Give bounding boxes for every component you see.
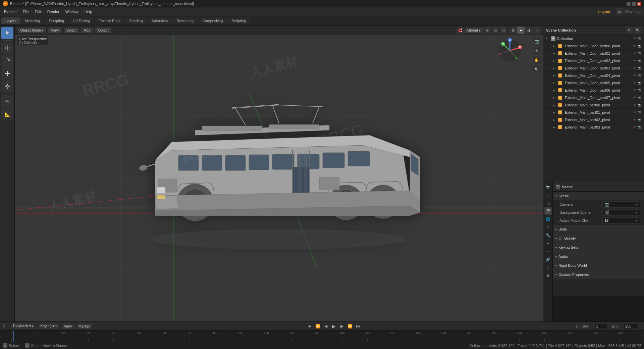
item-view-icon[interactable]: 👁 [633,118,636,121]
active-movie-clip-value[interactable]: 🎞 ▾ [602,217,640,223]
close-button[interactable]: ✕ [637,2,641,6]
timeline-ruler[interactable]: 0 10 20 30 40 50 60 70 80 90 [1,331,643,342]
tab-animation[interactable]: Animation [148,17,172,24]
item-cam-icon[interactable]: 📷 [638,96,641,99]
units-section-header[interactable]: ▸ Units [553,225,644,234]
jump-end-btn[interactable]: ⏭ [355,323,361,330]
select-tool-btn[interactable] [1,27,13,39]
item-view-icon[interactable]: 👁 [633,74,636,77]
background-scene-value[interactable]: 🎬 ▾ [602,209,640,216]
object-menu[interactable]: Object [95,28,111,33]
tab-rendering[interactable]: Rendering [172,17,198,24]
scale-tool-btn[interactable] [1,67,13,80]
start-frame-input[interactable] [594,323,608,329]
item-cam-icon[interactable]: 📷 [638,52,641,55]
next-keyframe-btn[interactable]: ⏩ [346,323,353,330]
maximize-button[interactable]: □ [632,2,636,6]
item-cam-icon[interactable]: 📷 [638,81,641,85]
tab-sculpting[interactable]: Sculpting [45,17,68,24]
item-cam-icon[interactable]: 📷 [638,118,641,121]
playback-btn[interactable]: Playback ▾ [11,323,36,329]
outliner-item-8[interactable]: ▸ ▽ Exterior_Main_part00_pivot 👁 📷 [543,101,644,109]
keying-sets-section-header[interactable]: ▸ Keying Sets [553,243,644,252]
item-view-icon[interactable]: 👁 [633,66,636,70]
camera-icon-btn[interactable]: 📷 [533,37,541,45]
modifier-props-btn[interactable]: 🔧 [544,232,552,239]
audio-section-header[interactable]: ▸ Audio [553,252,644,261]
outliner-item-3[interactable]: ▸ ▽ Exterior_Main_Door_part03_pivot 👁 📷 [543,64,644,72]
outliner-item-0[interactable]: ▸ ▽ Exterior_Main_Door_part00_pivot 👁 📷 [543,42,644,50]
item-view-icon[interactable]: 👁 [633,52,636,55]
item-view-icon[interactable]: 👁 [633,81,636,85]
outliner-item-7[interactable]: ▸ ▽ Exterior_Main_Door_part07_pivot 👁 📷 [543,94,644,101]
xray-icon[interactable]: ⬡ [500,27,507,34]
item-cam-icon[interactable]: 📷 [638,74,641,77]
render-shading-btn[interactable]: ○ [533,27,541,34]
viewport-gizmo[interactable]: X Y Z [496,37,523,64]
minimize-button[interactable]: ─ [627,2,631,6]
transform-tool-btn[interactable] [1,80,13,92]
global-view-btn[interactable]: ⊞ [616,8,623,15]
tab-modeling[interactable]: Modeling [21,17,44,24]
item-view-icon[interactable]: 👁 [633,89,636,92]
expand-icon[interactable]: ▾ [546,37,549,40]
global-selector[interactable]: Global [465,28,483,33]
end-frame-input[interactable] [624,323,639,329]
mode-selector[interactable]: Object Mode [17,28,46,33]
outliner-item-6[interactable]: ▸ ▽ Exterior_Main_Door_part06_pivot 👁 📷 [543,87,644,94]
menu-edit[interactable]: Edit [32,9,44,14]
jump-start-btn[interactable]: ⏮ [306,323,313,330]
annotate-tool-btn[interactable]: ✏ [1,95,13,107]
search-icon-btn[interactable]: 🔍 [533,65,541,73]
restrict-render-icon[interactable]: 📷 [637,37,641,40]
constraints-props-btn[interactable]: 🔗 [544,256,552,263]
outliner-item-9[interactable]: ▸ ▽ Exterior_Main_part01_pivot 👁 📷 [543,109,644,116]
outliner-filter-btn[interactable]: ⊞ [626,27,633,34]
tab-scripting[interactable]: Scripting [227,17,250,24]
view-layer-props-btn[interactable]: ◫ [544,199,552,207]
tab-layout[interactable]: Layout [1,17,20,24]
item-cam-icon[interactable]: 📷 [638,126,641,129]
outliner-item-2[interactable]: ▸ ▽ Exterior_Main_Door_part02_pivot 👁 📷 [543,57,644,64]
item-view-icon[interactable]: 👁 [633,103,636,107]
show-overlay-icon[interactable]: ◎ [492,27,499,34]
item-view-icon[interactable]: 👁 [633,59,636,62]
view-menu[interactable]: View [48,28,62,33]
physics-props-btn[interactable]: 〰 [544,248,552,255]
restrict-view-icon[interactable]: 👁 [633,37,636,40]
item-cam-icon[interactable]: 📷 [638,59,641,62]
solid-shading-btn[interactable]: ● [517,27,525,34]
sun-icon-btn[interactable]: ☀ [533,47,541,55]
outliner-item-1[interactable]: ▸ ▽ Exterior_Main_Door_part01_pivot 👁 📷 [543,50,644,57]
scene-props-btn[interactable]: 🎬 [544,207,552,215]
outliner-item-11[interactable]: ▸ ▽ Exterior_Main_part03_pivot 👁 📷 [543,123,644,131]
tab-texture-paint[interactable]: Texture Paint [95,17,124,24]
menu-help[interactable]: Help [82,9,95,14]
measure-tool-btn[interactable]: 📐 [1,108,13,120]
object-props-btn[interactable]: ▽ [544,223,552,231]
scene-section-header[interactable]: ▾ Scene [553,192,644,200]
rigid-body-section-header[interactable]: ▸ Rigid Body World [553,261,644,270]
data-props-btn[interactable]: △ [544,264,552,271]
world-props-btn[interactable]: 🌐 [544,215,552,223]
item-cam-icon[interactable]: 📷 [638,66,641,70]
viewport-3d[interactable]: Object Mode View Select Add Object 🧲 Glo… [15,26,543,329]
item-view-icon[interactable]: 👁 [633,126,636,129]
wireframe-shading-btn[interactable]: ⊞ [509,27,517,34]
add-menu[interactable]: Add [81,28,93,33]
proportional-edit-icon[interactable]: ⊙ [484,27,491,34]
tab-uv-editing[interactable]: UV Editing [69,17,94,24]
item-view-icon[interactable]: 👁 [633,96,636,99]
view-btn[interactable]: View [62,323,74,329]
snap-icon[interactable]: 🧲 [457,27,464,34]
select-menu[interactable]: Select [64,28,79,33]
outliner-item-5[interactable]: ▸ ▽ Exterior_Main_Door_part05_pivot 👁 📷 [543,79,644,87]
item-view-icon[interactable]: 👁 [633,44,636,48]
item-cam-icon[interactable]: 📷 [638,111,641,114]
tab-shading[interactable]: Shading [125,17,147,24]
menu-file[interactable]: File [20,9,32,14]
move-tool-btn[interactable] [1,42,13,54]
material-props-btn[interactable]: ◉ [544,272,552,279]
material-shading-btn[interactable]: ◑ [525,27,533,34]
item-cam-icon[interactable]: 📷 [638,103,641,107]
